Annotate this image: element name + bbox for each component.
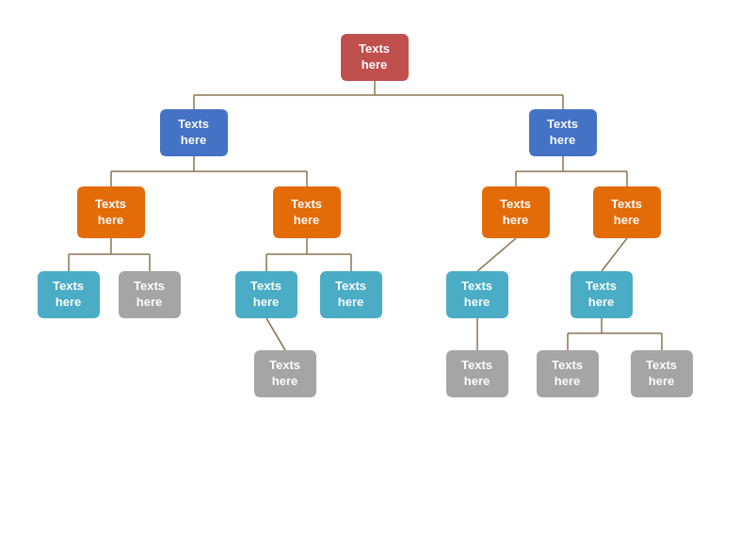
- node-l3d: Texts here: [320, 271, 382, 318]
- node-l4c: Texts here: [537, 350, 599, 397]
- node-l4a: Texts here: [254, 350, 316, 397]
- node-l2d: Texts here: [593, 186, 661, 238]
- node-l4b: Texts here: [446, 350, 508, 397]
- node-l3b: Texts here: [119, 271, 181, 318]
- node-l3c: Texts here: [235, 271, 298, 318]
- node-l2c: Texts here: [482, 186, 550, 238]
- node-l3a: Texts here: [38, 271, 100, 318]
- node-l1a: Texts here: [160, 109, 228, 156]
- node-l4d: Texts here: [631, 350, 693, 397]
- node-root: Texts here: [341, 34, 409, 81]
- org-chart: Texts hereTexts hereTexts hereTexts here…: [21, 34, 736, 548]
- svg-line-22: [266, 318, 285, 350]
- svg-line-21: [602, 238, 627, 271]
- svg-line-20: [477, 238, 516, 271]
- node-l3e: Texts here: [446, 271, 508, 318]
- node-l2b: Texts here: [273, 186, 341, 238]
- node-l1b: Texts here: [529, 109, 597, 156]
- node-l2a: Texts here: [77, 186, 145, 238]
- node-l3f: Texts here: [571, 271, 633, 318]
